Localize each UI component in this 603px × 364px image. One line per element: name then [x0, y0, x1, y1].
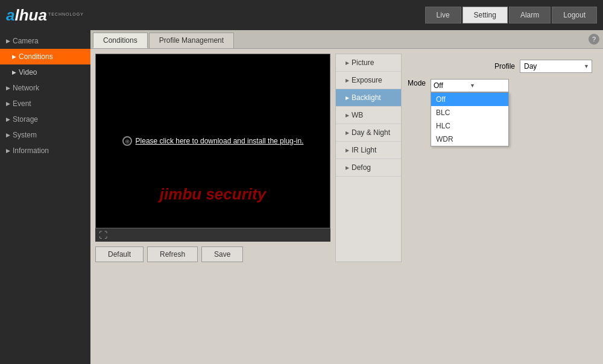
network-arrow-icon: ▶ — [6, 85, 10, 91]
video-area: ⊕ Please click here to download and inst… — [95, 54, 330, 262]
storage-arrow-icon: ▶ — [6, 116, 10, 122]
default-button[interactable]: Default — [95, 246, 144, 262]
live-button[interactable]: Live — [425, 7, 461, 24]
logo-lhua: lhua — [14, 6, 46, 25]
sidebar-section-storage[interactable]: ▶ Storage — [0, 111, 90, 127]
sidebar-section-network-label: Network — [13, 84, 39, 92]
sidebar-section-information-label: Information — [13, 146, 49, 155]
tabs-bar: Conditions Profile Management ? — [90, 30, 603, 49]
help-icon[interactable]: ? — [589, 34, 599, 45]
plugin-text[interactable]: Please click here to download and instal… — [136, 137, 304, 145]
mode-select-display[interactable]: Off ▼ — [431, 79, 509, 92]
event-arrow-icon: ▶ — [6, 101, 10, 107]
conditions-arrow-icon: ▶ — [12, 54, 16, 60]
sidebar-item-conditions[interactable]: ▶ Conditions — [0, 49, 90, 64]
picture-arrow-icon: ▶ — [346, 60, 349, 66]
logo-tech: TECHNOLOGY — [48, 12, 84, 19]
menu-item-ir-light[interactable]: ▶ IR Light — [336, 142, 401, 159]
tech-label: TECHNOLOGY — [48, 12, 84, 16]
sidebar-item-conditions-label: Conditions — [19, 52, 53, 61]
sidebar-section-information[interactable]: ▶ Information — [0, 143, 90, 158]
download-icon: ⊕ — [122, 136, 132, 146]
sidebar-section-event-label: Event — [13, 99, 31, 108]
profile-select[interactable]: Day Night Normal — [520, 60, 592, 73]
content-area: Conditions Profile Management ? ⊕ Please… — [90, 30, 603, 364]
logout-button[interactable]: Logout — [552, 7, 597, 24]
properties-panel: Profile Day Night Normal Mode — [402, 54, 598, 262]
mode-option-off[interactable]: Off — [431, 93, 508, 106]
menu-item-backlight[interactable]: ▶ Backlight — [336, 89, 401, 107]
sidebar-item-video-label: Video — [19, 68, 37, 77]
setting-button[interactable]: Setting — [463, 7, 508, 24]
tab-content: ⊕ Please click here to download and inst… — [90, 49, 603, 267]
system-arrow-icon: ▶ — [6, 132, 10, 138]
camera-arrow-icon: ▶ — [6, 38, 10, 44]
menu-item-wb[interactable]: ▶ WB — [336, 107, 401, 124]
mode-dropdown-arrow-icon: ▼ — [470, 83, 506, 89]
menu-item-backlight-label: Backlight — [352, 93, 381, 102]
mode-option-blc[interactable]: BLC — [431, 106, 508, 119]
menu-item-day-night-label: Day & Night — [352, 128, 390, 137]
menu-item-defog[interactable]: ▶ Defog — [336, 159, 401, 177]
sidebar-section-storage-label: Storage — [13, 115, 38, 124]
sidebar: ▶ Camera ▶ Conditions ▶ Video ▶ Network … — [0, 30, 90, 364]
watermark: jimbu security — [96, 185, 330, 204]
ir-light-arrow-icon: ▶ — [346, 148, 349, 153]
tab-profile-management[interactable]: Profile Management — [149, 33, 234, 48]
video-controls-bar: ⛶ — [95, 228, 330, 242]
main-layout: ▶ Camera ▶ Conditions ▶ Video ▶ Network … — [0, 30, 603, 364]
action-buttons: Default Refresh Save — [95, 246, 330, 262]
sidebar-section-camera[interactable]: ▶ Camera — [0, 33, 90, 49]
fullscreen-icon[interactable]: ⛶ — [99, 230, 107, 240]
menu-item-defog-label: Defog — [352, 163, 371, 172]
sidebar-section-system-label: System — [13, 131, 37, 139]
mode-dropdown-list: Off BLC HLC WDR — [431, 92, 509, 146]
sidebar-section-camera-label: Camera — [13, 37, 39, 45]
settings-panel: ▶ Picture ▶ Exposure ▶ Backlight ▶ WB — [335, 54, 598, 262]
exposure-arrow-icon: ▶ — [346, 78, 349, 83]
profile-row: Profile Day Night Normal — [408, 60, 592, 73]
refresh-button[interactable]: Refresh — [147, 246, 198, 262]
sidebar-section-network[interactable]: ▶ Network — [0, 80, 90, 96]
menu-item-picture[interactable]: ▶ Picture — [336, 54, 401, 72]
mode-label: Mode — [408, 79, 426, 87]
video-arrow-icon: ▶ — [12, 69, 16, 75]
mode-dropdown-container: Off ▼ Off BLC HLC WDR — [431, 79, 509, 92]
menu-item-exposure[interactable]: ▶ Exposure — [336, 72, 401, 89]
mode-option-hlc[interactable]: HLC — [431, 119, 508, 133]
sidebar-section-system[interactable]: ▶ System — [0, 127, 90, 143]
logo: a lhua TECHNOLOGY — [6, 6, 84, 25]
mode-row: Mode Off ▼ Off BLC HLC WDR — [408, 79, 592, 92]
menu-list: ▶ Picture ▶ Exposure ▶ Backlight ▶ WB — [335, 54, 402, 262]
day-night-arrow-icon: ▶ — [346, 130, 349, 136]
menu-item-wb-label: WB — [352, 111, 363, 119]
header: a lhua TECHNOLOGY Live Setting Alarm Log… — [0, 0, 603, 30]
profile-select-wrapper: Day Night Normal — [520, 60, 592, 73]
plugin-download-link[interactable]: ⊕ Please click here to download and inst… — [122, 136, 304, 146]
defog-arrow-icon: ▶ — [346, 165, 349, 171]
wb-arrow-icon: ▶ — [346, 113, 349, 118]
alarm-button[interactable]: Alarm — [509, 7, 551, 24]
header-nav: Live Setting Alarm Logout — [425, 7, 597, 24]
save-button[interactable]: Save — [201, 246, 243, 262]
mode-option-wdr[interactable]: WDR — [431, 133, 508, 146]
tab-conditions[interactable]: Conditions — [93, 33, 148, 48]
sidebar-item-video[interactable]: ▶ Video — [0, 64, 90, 80]
menu-item-day-night[interactable]: ▶ Day & Night — [336, 124, 401, 142]
menu-item-picture-label: Picture — [352, 58, 374, 67]
backlight-arrow-icon: ▶ — [346, 95, 349, 101]
mode-current-value: Off — [434, 81, 470, 90]
information-arrow-icon: ▶ — [6, 148, 10, 154]
menu-item-ir-light-label: IR Light — [352, 146, 376, 154]
menu-item-exposure-label: Exposure — [352, 76, 382, 84]
sidebar-section-event[interactable]: ▶ Event — [0, 96, 90, 111]
logo-a: a — [6, 6, 14, 25]
profile-label: Profile — [494, 62, 515, 71]
video-preview: ⊕ Please click here to download and inst… — [95, 54, 330, 228]
